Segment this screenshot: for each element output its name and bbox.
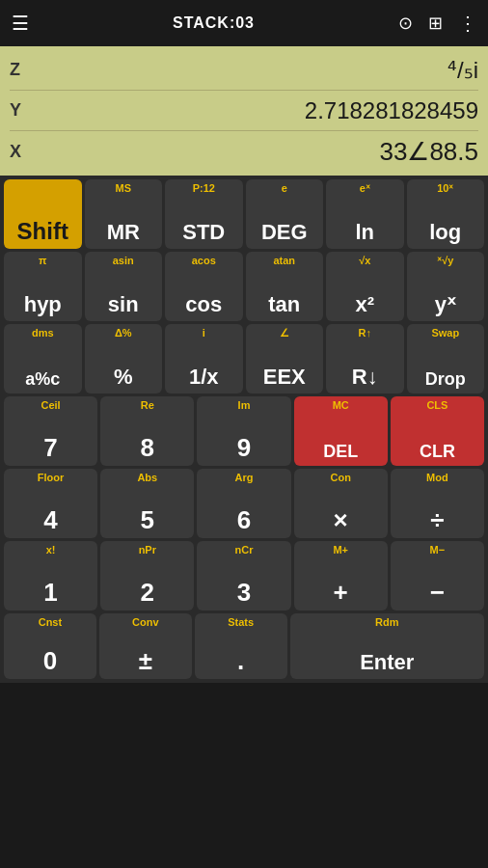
sin-button[interactable]: asin sin: [85, 252, 163, 321]
plus-sublabel: M+: [333, 545, 348, 556]
zero-label: 0: [43, 648, 57, 673]
x2-sublabel: √x: [359, 256, 370, 266]
display-label-y: Y: [10, 100, 33, 121]
nine-button[interactable]: Im 9: [197, 396, 290, 466]
tan-button[interactable]: atan tan: [246, 252, 324, 321]
drop-label: Drop: [425, 370, 466, 388]
hyp-button[interactable]: π hyp: [4, 252, 82, 321]
rdown-button[interactable]: R↑ R↓: [326, 324, 404, 393]
ln-sublabel: eˣ: [360, 183, 370, 194]
eight-button[interactable]: Re 8: [100, 396, 194, 466]
six-button[interactable]: Arg 6: [197, 469, 290, 538]
display-label-z: Z: [10, 60, 33, 80]
mult-button[interactable]: Con ×: [294, 469, 388, 538]
cos-button[interactable]: acos cos: [165, 252, 243, 321]
seven-label: 7: [43, 435, 57, 460]
four-button[interactable]: Floor 4: [4, 469, 97, 538]
cos-sublabel: acos: [192, 256, 216, 266]
pct-sublabel: Δ%: [115, 328, 132, 339]
pct-button[interactable]: Δ% %: [85, 324, 163, 393]
more-icon[interactable]: ⋮: [458, 12, 476, 35]
abc-sublabel: dms: [32, 328, 54, 339]
deg-button[interactable]: e DEG: [246, 179, 324, 249]
five-button[interactable]: Abs 5: [100, 469, 194, 538]
zero-sublabel: Cnst: [39, 617, 62, 628]
dot-button[interactable]: Stats .: [195, 613, 287, 679]
hyp-sublabel: π: [39, 256, 46, 266]
enter-label: Enter: [360, 652, 414, 673]
enter-sublabel: Rdm: [375, 617, 398, 628]
inv-sublabel: i: [203, 328, 205, 339]
two-sublabel: nPr: [139, 545, 156, 556]
inv-label: 1/x: [189, 366, 219, 388]
dot-label: .: [237, 648, 244, 673]
log-sublabel: 10ˣ: [437, 183, 453, 194]
hyp-label: hyp: [24, 294, 62, 315]
three-button[interactable]: nCr 3: [197, 541, 290, 610]
std-button[interactable]: P:12 STD: [165, 179, 243, 249]
display-value-z: ⁴/₅i: [447, 57, 478, 84]
layers-icon[interactable]: ⊞: [428, 13, 443, 34]
mr-button[interactable]: MS MR: [85, 179, 163, 249]
minus-button[interactable]: M− −: [391, 541, 484, 610]
three-label: 3: [237, 580, 251, 605]
cos-label: cos: [185, 294, 222, 315]
tan-label: tan: [268, 294, 300, 315]
rdown-label: R↓: [352, 366, 378, 388]
clock-icon[interactable]: ⊙: [398, 13, 413, 34]
plus-button[interactable]: M+ +: [294, 541, 388, 610]
log-button[interactable]: 10ˣ log: [407, 179, 485, 249]
eex-button[interactable]: ∠ EEX: [246, 324, 324, 393]
shift-label: Shift: [17, 220, 68, 243]
enter-button[interactable]: Rdm Enter: [290, 613, 484, 679]
abc-label: a%c: [25, 370, 60, 388]
del-button[interactable]: MC DEL: [294, 396, 388, 466]
seven-sublabel: Ceil: [41, 400, 61, 411]
key-row-3: dms a%c Δ% % i 1/x ∠ EEX R↑ R↓ Swap Drop: [4, 324, 484, 393]
nine-label: 9: [237, 435, 251, 460]
key-row-6: x! 1 nPr 2 nCr 3 M+ + M− −: [4, 541, 484, 610]
display-label-x: X: [10, 142, 33, 162]
shift-button[interactable]: Shift: [4, 179, 82, 249]
inv-button[interactable]: i 1/x: [165, 324, 243, 393]
dot-sublabel: Stats: [228, 617, 254, 628]
x2-label: x²: [355, 294, 374, 315]
key-row-7: Cnst 0 Conv ± Stats . Rdm Enter: [4, 613, 484, 679]
clr-sublabel: CLS: [426, 400, 447, 411]
display-value-y: 2.718281828459: [305, 97, 478, 124]
key-row-5: Floor 4 Abs 5 Arg 6 Con × Mod ÷: [4, 469, 484, 538]
plusminus-button[interactable]: Conv ±: [99, 613, 192, 679]
six-sublabel: Arg: [235, 473, 254, 483]
key-row-2: π hyp asin sin acos cos atan tan √x x² ˣ…: [4, 252, 484, 321]
x2-button[interactable]: √x x²: [326, 252, 404, 321]
yx-button[interactable]: ˣ√y yˣ: [407, 252, 485, 321]
yx-label: yˣ: [435, 294, 456, 315]
minus-sublabel: M−: [430, 545, 446, 556]
plusminus-label: ±: [139, 648, 152, 673]
seven-button[interactable]: Ceil 7: [4, 396, 97, 466]
one-button[interactable]: x! 1: [4, 541, 97, 610]
display: Z ⁴/₅i Y 2.718281828459 X 33∠88.5: [0, 46, 488, 176]
key-row-4: Ceil 7 Re 8 Im 9 MC DEL CLS CLR: [4, 396, 484, 466]
header: ☰ STACK:03 ⊙ ⊞ ⋮: [0, 0, 488, 46]
minus-label: −: [430, 580, 445, 605]
four-sublabel: Floor: [38, 473, 65, 483]
div-sublabel: Mod: [426, 473, 448, 483]
zero-button[interactable]: Cnst 0: [4, 613, 96, 679]
display-value-x: 33∠88.5: [379, 137, 478, 167]
ln-label: ln: [355, 222, 374, 243]
drop-button[interactable]: Swap Drop: [407, 324, 485, 393]
eex-label: EEX: [263, 366, 306, 388]
ln-button[interactable]: eˣ ln: [326, 179, 404, 249]
plus-label: +: [334, 580, 348, 605]
deg-label: DEG: [261, 222, 308, 243]
three-sublabel: nCr: [235, 545, 254, 556]
div-button[interactable]: Mod ÷: [391, 469, 484, 538]
menu-icon[interactable]: ☰: [12, 12, 29, 35]
keypad: Shift MS MR P:12 STD e DEG eˣ ln 10ˣ log…: [0, 176, 488, 683]
display-row-x: X 33∠88.5: [10, 131, 478, 172]
two-button[interactable]: nPr 2: [100, 541, 194, 610]
log-label: log: [429, 222, 461, 243]
abc-button[interactable]: dms a%c: [4, 324, 82, 393]
clr-button[interactable]: CLS CLR: [391, 396, 484, 466]
